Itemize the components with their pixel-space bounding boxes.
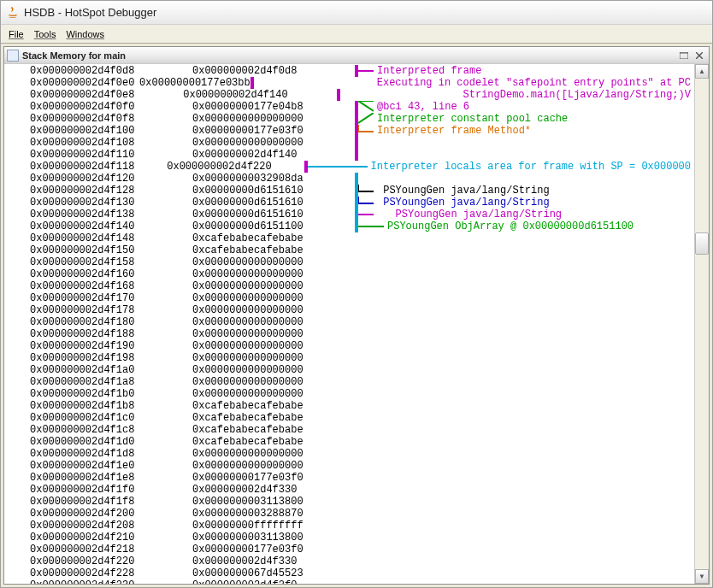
window-icon	[7, 50, 19, 62]
menu-file[interactable]: File	[3, 27, 29, 41]
annotation-cell	[355, 448, 691, 460]
annotation-cell	[355, 400, 691, 412]
address-cell: 0x000000002d4f1a0	[30, 364, 192, 376]
annotation-cell: Executing in codelet "safepoint entry po…	[250, 77, 691, 89]
address-cell: 0x000000002d4f188	[30, 328, 192, 340]
annotation-cell	[355, 532, 691, 544]
memory-row: 0x000000002d4f1600x0000000000000000	[30, 268, 691, 280]
annotation-cell: Interpreter locals area for frame with S…	[304, 161, 691, 173]
annotation-cell	[355, 280, 691, 292]
value-cell: 0x0000000000000000	[192, 256, 355, 268]
address-cell: 0x000000002d4f0e8	[30, 89, 183, 101]
memory-row: 0x000000002d4f1380x00000000d6151610 PSYo…	[30, 209, 691, 220]
address-cell: 0x000000002d4f1c0	[30, 412, 192, 424]
annotation-cell	[355, 472, 691, 484]
value-cell: 0x000000002d4f140	[192, 149, 355, 161]
address-cell: 0x000000002d4f1e8	[30, 472, 192, 484]
annotation-cell	[355, 232, 691, 244]
address-cell: 0x000000002d4f1f0	[30, 484, 192, 496]
memory-row: 0x000000002d4f2080x00000000ffffffff	[30, 520, 691, 532]
memory-pane[interactable]: 0x000000002d4f0d80x000000002d4f0d8Interp…	[4, 64, 694, 584]
scroll-thumb[interactable]	[695, 232, 709, 255]
value-cell: 0x000000002d4f330	[192, 484, 355, 496]
address-cell: 0x000000002d4f158	[30, 256, 192, 268]
address-cell: 0x000000002d4f228	[30, 567, 192, 579]
memory-row: 0x000000002d4f2280x0000000067d45523	[30, 567, 691, 579]
memory-row: 0x000000002d4f1a00x0000000000000000	[30, 364, 691, 376]
value-cell: 0x00000000d6151610	[192, 209, 355, 220]
value-cell: 0x0000000067d45523	[192, 567, 355, 579]
address-cell: 0x000000002d4f180	[30, 316, 192, 328]
memory-row: 0x000000002d4f1000x00000000177e03f0Inter…	[30, 125, 691, 137]
vertical-scrollbar[interactable]: ▲ ▼	[694, 64, 709, 584]
value-cell: 0x0000000000000000	[192, 280, 355, 292]
annotation-cell	[355, 340, 691, 352]
annotation-cell	[355, 484, 691, 496]
menu-windows[interactable]: Windows	[61, 27, 109, 41]
value-cell: 0x0000000000000000	[192, 376, 355, 388]
address-cell: 0x000000002d4f218	[30, 544, 192, 556]
memory-row: 0x000000002d4f1180x000000002d4f220Interp…	[30, 161, 691, 173]
annotation-cell	[355, 544, 691, 556]
annotation-cell: PSYoungGen java/lang/String	[355, 197, 691, 209]
address-cell: 0x000000002d4f130	[30, 197, 192, 209]
value-cell: 0xcafebabecafebabe	[192, 232, 355, 244]
value-cell: 0x0000000000000000	[192, 340, 355, 352]
mdi-area: Stack Memory for main 0x000000002d4f0d80…	[1, 44, 712, 587]
address-cell: 0x000000002d4f190	[30, 340, 192, 352]
value-cell: 0x000000002d4f2f0	[192, 579, 355, 584]
memory-row: 0x000000002d4f0f80x0000000000000000Inter…	[30, 113, 691, 125]
annotation-cell	[355, 496, 691, 508]
inner-titlebar[interactable]: Stack Memory for main	[4, 47, 709, 64]
annotation-cell	[355, 292, 691, 304]
value-cell: 0x0000000000000000	[192, 388, 355, 400]
memory-row: 0x000000002d4f1100x000000002d4f140	[30, 149, 691, 161]
value-cell: 0x0000000000000000	[192, 113, 355, 125]
memory-row: 0x000000002d4f1f80x0000000003113800	[30, 496, 691, 508]
value-cell: 0x0000000003288870	[192, 508, 355, 520]
value-cell: 0x0000000003113800	[192, 496, 355, 508]
annotation-cell	[355, 388, 691, 400]
address-cell: 0x000000002d4f0f0	[30, 101, 192, 113]
memory-row: 0x000000002d4f1700x0000000000000000	[30, 292, 691, 304]
address-cell: 0x000000002d4f178	[30, 304, 192, 316]
scroll-up-button[interactable]: ▲	[695, 64, 709, 79]
scroll-down-button[interactable]: ▼	[695, 569, 709, 584]
memory-row: 0x000000002d4f1400x00000000d6151100PSYou…	[30, 220, 691, 232]
address-cell: 0x000000002d4f160	[30, 268, 192, 280]
address-cell: 0x000000002d4f200	[30, 508, 192, 520]
annotation-cell	[355, 364, 691, 376]
address-cell: 0x000000002d4f1b8	[30, 400, 192, 412]
memory-row: 0x000000002d4f0f00x00000000177e04b8@bci …	[30, 101, 691, 113]
address-cell: 0x000000002d4f0d8	[30, 65, 192, 77]
address-cell: 0x000000002d4f120	[30, 173, 192, 185]
memory-row: 0x000000002d4f1480xcafebabecafebabe	[30, 232, 691, 244]
menu-tools[interactable]: Tools	[29, 27, 62, 41]
maximize-button[interactable]	[677, 50, 691, 62]
annotation-cell	[355, 424, 691, 436]
value-cell: 0x0000000000000000	[192, 328, 355, 340]
annotation-cell	[355, 256, 691, 268]
value-cell: 0x00000000177e03f0	[192, 472, 355, 484]
scroll-track[interactable]	[695, 79, 709, 569]
value-cell: 0x00000000177e03f0	[192, 544, 355, 556]
value-cell: 0xcafebabecafebabe	[192, 400, 355, 412]
value-cell: 0x000000002d4f220	[167, 161, 303, 173]
value-cell: 0x000000002d4f0d8	[192, 65, 355, 77]
java-icon	[6, 6, 20, 20]
address-cell: 0x000000002d4f128	[30, 185, 192, 197]
annotation-cell	[355, 328, 691, 340]
titlebar[interactable]: HSDB - HotSpot Debugger	[1, 1, 712, 25]
close-button[interactable]	[692, 50, 706, 62]
annotation-cell	[355, 556, 691, 567]
annotation-cell: Interpreter constant pool cache	[355, 113, 691, 125]
address-cell: 0x000000002d4f1c8	[30, 424, 192, 436]
value-cell: 0x0000000000000000	[192, 137, 355, 149]
annotation-cell: Interpreter frame Method*	[355, 125, 691, 137]
address-cell: 0x000000002d4f138	[30, 209, 192, 220]
memory-row: 0x000000002d4f1980x0000000000000000	[30, 352, 691, 364]
memory-row: 0x000000002d4f1c80xcafebabecafebabe	[30, 424, 691, 436]
address-cell: 0x000000002d4f208	[30, 520, 192, 532]
address-cell: 0x000000002d4f220	[30, 556, 192, 567]
annotation-cell	[355, 137, 691, 149]
